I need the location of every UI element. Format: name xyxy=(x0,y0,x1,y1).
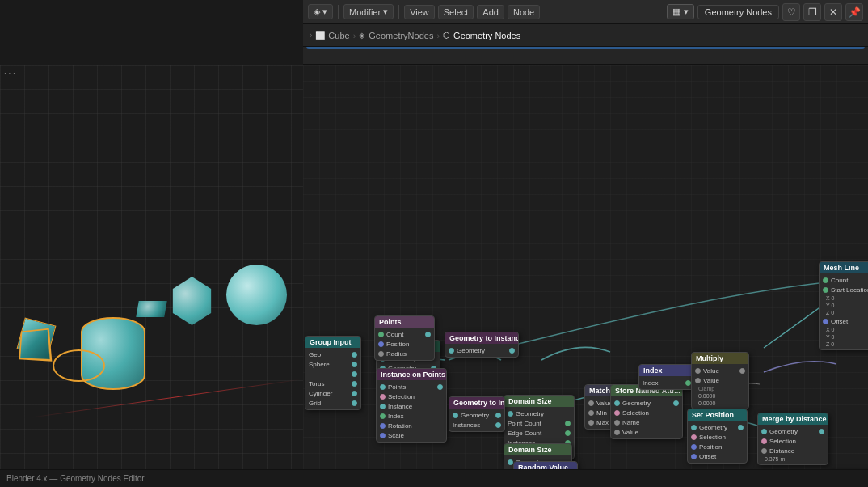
s-out xyxy=(738,425,744,430)
copy-icon: ❐ xyxy=(808,6,817,18)
s-min xyxy=(588,410,594,416)
points-header: Points xyxy=(375,316,434,328)
s-off xyxy=(691,454,697,459)
s-rot xyxy=(380,423,386,429)
geo-to-inst-2-hdr: Geometry to Inst... xyxy=(449,397,504,409)
tree-display-button[interactable]: ▦ ▾ xyxy=(667,4,694,19)
add-menu[interactable]: Add xyxy=(477,5,504,19)
breadcrumb-geonodes[interactable]: ◈ GeometryNodes xyxy=(359,31,433,40)
select-menu[interactable]: Select xyxy=(438,5,474,19)
modifier-arrow: ▾ xyxy=(383,6,388,17)
s-points xyxy=(380,384,386,390)
flat-object xyxy=(136,301,167,317)
editor-type-button[interactable]: ◈ ▾ xyxy=(308,4,333,19)
cube-icon: ⬜ xyxy=(315,31,325,40)
editor-type-icon: ◈ xyxy=(314,6,320,17)
multiply-node[interactable]: Multiply Value Value Clamp 0.0000 0.0000 xyxy=(691,352,749,409)
breadcrumb-expand[interactable]: › xyxy=(310,31,312,40)
instance-on-points-node[interactable]: Instance on Points Points Selection Inst… xyxy=(376,368,447,443)
domain-size-2-header: Domain Size xyxy=(504,444,571,455)
close-icon: ✕ xyxy=(829,6,837,18)
socket-out xyxy=(425,332,431,337)
3d-viewport[interactable]: · · · xyxy=(0,65,303,487)
s-geo xyxy=(691,425,697,430)
node-editor-toolbar: ◈ ▾ Modifier ▾ View Select Add Node ▦ ▾ … xyxy=(303,0,868,24)
pin-button[interactable]: 📌 xyxy=(845,3,863,21)
status-bar: Blender 4.x — Geometry Nodes Editor xyxy=(0,469,868,487)
geometry-nodes-label: Geometry Nodes xyxy=(453,31,520,40)
s-name xyxy=(614,420,620,426)
geo-to-inst-header: Geometry to Instance xyxy=(445,332,518,344)
inst-on-points-body: Points Selection Instance Index Rotation… xyxy=(377,380,446,442)
s-out xyxy=(819,429,824,434)
set-pos-header: Set Position xyxy=(688,409,747,421)
breadcrumb-geometry-nodes[interactable]: ⬡ Geometry Nodes xyxy=(443,31,520,40)
s-o2 xyxy=(352,362,357,367)
domain-size-1-header: Domain Size xyxy=(504,396,574,407)
cube-label: Cube xyxy=(328,31,349,40)
close-button[interactable]: ✕ xyxy=(824,3,842,21)
mesh-line-header: Mesh Line xyxy=(820,262,868,273)
s-out xyxy=(437,384,443,390)
view-label: View xyxy=(410,7,429,17)
node-menu[interactable]: Node xyxy=(508,5,540,19)
tree-display-icon: ▦ xyxy=(672,6,680,17)
s-sel xyxy=(614,410,620,416)
breadcrumb-sep-2: › xyxy=(436,31,440,40)
pin-icon: 📌 xyxy=(849,6,861,18)
geo-to-instance-2-node[interactable]: Geometry to Inst... Geometry Instances xyxy=(449,396,505,432)
s-o5 xyxy=(352,391,357,396)
set-pos-body: Geometry Selection Position Offset xyxy=(688,421,747,463)
tree-name-display: Geometry Nodes xyxy=(697,5,779,19)
s-ed xyxy=(565,430,571,436)
s-a xyxy=(695,368,701,374)
s-pos xyxy=(691,444,697,450)
s-geo xyxy=(761,429,767,434)
s-geo xyxy=(508,459,513,465)
editor-type-arrow: ▾ xyxy=(322,6,327,17)
geo-to-instance-node[interactable]: Geometry to Instance Geometry xyxy=(445,332,519,358)
s-inst xyxy=(380,404,386,409)
s-o1 xyxy=(352,352,357,358)
group-input-node[interactable]: Group Input Geo Sphere Torus Cylinder Gr… xyxy=(305,336,361,410)
s-geo xyxy=(614,400,620,406)
modifier-label: Modifier xyxy=(349,7,381,17)
breadcrumb-cube[interactable]: ⬜ Cube xyxy=(315,31,349,40)
group-input-header: Group Input xyxy=(305,337,360,348)
multiply-header: Multiply xyxy=(692,353,748,364)
s-val xyxy=(588,400,594,406)
geo-to-inst-body: Geometry xyxy=(445,344,518,357)
view-menu[interactable]: View xyxy=(404,5,435,19)
copy-button[interactable]: ❐ xyxy=(803,3,821,21)
s-offset xyxy=(823,319,828,324)
viewport-shading-label: · · · xyxy=(4,69,15,78)
geonode-label: GeometryNodes xyxy=(369,31,433,40)
mesh-line-node[interactable]: Mesh Line Count Start Location X 0 Y 0 Z… xyxy=(819,261,868,350)
s-idx xyxy=(685,380,691,386)
index-body: Index xyxy=(639,376,694,389)
store-named-attr-node[interactable]: Store Named Attr... Geometry Selection N… xyxy=(610,384,683,439)
points-body: Count Position Radius xyxy=(375,328,434,360)
s-pt xyxy=(565,421,571,426)
status-text: Blender 4.x — Geometry Nodes Editor xyxy=(6,474,145,483)
geo-to-inst-2-body: Geometry Instances xyxy=(449,409,504,431)
s-scale xyxy=(380,433,386,438)
s-sel xyxy=(691,434,697,440)
bookmark-button[interactable]: ♡ xyxy=(782,3,800,21)
group-input-body: Geo Sphere Torus Cylinder Grid xyxy=(305,348,360,409)
points-node[interactable]: Points Count Position Radius xyxy=(374,315,435,361)
modifier-button[interactable]: Modifier ▾ xyxy=(343,4,394,19)
s-sel xyxy=(761,438,767,444)
separator-2 xyxy=(398,5,399,19)
s-inst-out xyxy=(495,413,501,418)
socket-pos xyxy=(378,341,384,347)
merge-by-distance-node[interactable]: Merge by Distance Geometry Selection Dis… xyxy=(757,413,828,465)
sphere-object xyxy=(226,265,287,325)
tree-display-arrow: ▾ xyxy=(684,6,689,17)
set-position-node[interactable]: Set Position Geometry Selection Position… xyxy=(687,409,748,464)
node-editor-canvas[interactable]: Join Geometry Geometry Geometry Geometry… xyxy=(303,65,868,487)
s-o6 xyxy=(352,400,357,406)
index-node[interactable]: Index Index xyxy=(638,364,695,390)
s-b xyxy=(695,378,701,383)
s-val xyxy=(614,430,620,435)
